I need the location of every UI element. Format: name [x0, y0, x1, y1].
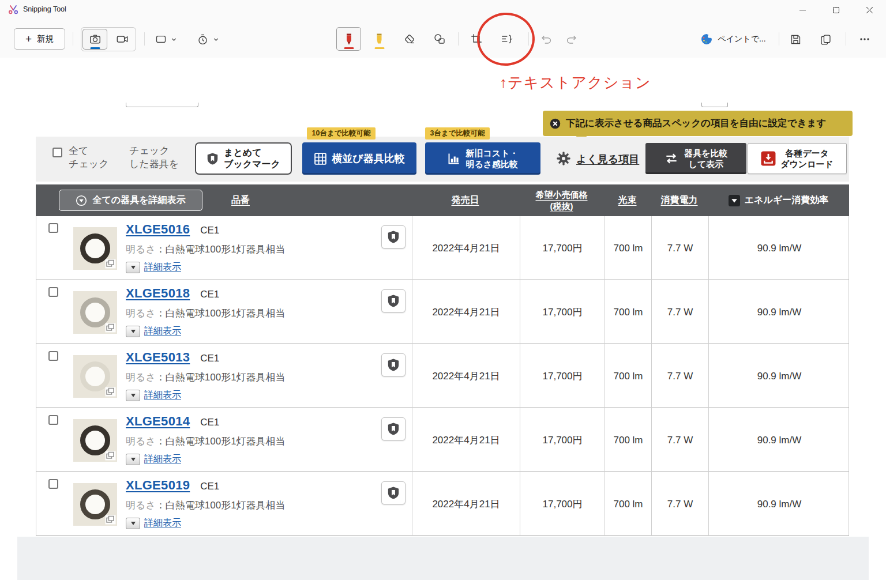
edit-in-paint-button[interactable]: ペイントで... — [696, 28, 771, 50]
brightness-text: 明るさ：白熱電球100形1灯器具相当 — [126, 371, 286, 384]
toolbar-divider — [846, 32, 846, 46]
capture-shape-select[interactable] — [151, 31, 181, 48]
timer-icon — [197, 33, 209, 46]
down-triangle-icon — [131, 394, 136, 397]
power-cell: 7.7 W — [651, 344, 708, 408]
product-image[interactable] — [73, 419, 117, 462]
detail-dropdown-button[interactable] — [126, 518, 140, 529]
multi-image-icon — [105, 323, 116, 333]
selected-mode-indicator — [90, 47, 100, 49]
undo-button[interactable] — [535, 29, 557, 50]
bulk-bookmark-button[interactable]: まとめて ブックマーク — [195, 142, 292, 175]
shapes-tool-button[interactable] — [427, 27, 452, 51]
row-checkbox[interactable] — [48, 479, 58, 489]
maximize-button[interactable] — [819, 0, 853, 20]
price-cell: 17,700円 — [520, 216, 605, 280]
header-release-date[interactable]: 発売日 — [411, 184, 519, 216]
detail-line: 詳細表示 — [126, 389, 181, 401]
header-power[interactable]: 消費電力 — [651, 184, 708, 216]
window-controls — [786, 0, 886, 20]
detail-link[interactable]: 詳細表示 — [144, 261, 181, 273]
bookmark-button[interactable] — [381, 417, 406, 440]
down-triangle-icon — [131, 266, 136, 269]
power-cell: 7.7 W — [651, 408, 708, 472]
save-button[interactable] — [784, 29, 806, 50]
product-row: XLGE5014 CE1 明るさ：白熱電球100形1灯器具相当 詳細表示 — [36, 408, 849, 472]
model-number-link[interactable]: XLGE5016 — [126, 222, 190, 237]
redo-button[interactable] — [561, 29, 583, 50]
close-notice-icon[interactable] — [550, 118, 561, 129]
detail-link[interactable]: 詳細表示 — [144, 389, 181, 401]
header-model[interactable]: 品番 — [209, 184, 272, 216]
header-flux[interactable]: 光束 — [604, 184, 651, 216]
release-date-cell: 2022年4月21日 — [412, 344, 520, 408]
rectangle-capture-icon — [155, 33, 167, 45]
model-line: XLGE5018 CE1 — [126, 286, 219, 301]
model-number-link[interactable]: XLGE5019 — [126, 478, 190, 493]
download-icon — [761, 151, 776, 166]
model-number-link[interactable]: XLGE5018 — [126, 286, 190, 301]
pen-tool-button[interactable] — [336, 27, 361, 51]
photo-mode-button[interactable] — [82, 29, 107, 50]
flux-cell: 700 lm — [605, 408, 651, 472]
checked-fixtures-label: チェック した器具を — [129, 144, 179, 171]
minimize-button[interactable] — [786, 0, 819, 20]
model-number-link[interactable]: XLGE5013 — [126, 350, 190, 365]
brightness-text: 明るさ：白熱電球100形1灯器具相当 — [126, 435, 286, 448]
row-checkbox[interactable] — [48, 223, 58, 233]
power-cell: 7.7 W — [651, 472, 708, 536]
detail-dropdown-button[interactable] — [126, 326, 140, 337]
new-snip-label: 新規 — [37, 33, 54, 44]
product-image[interactable] — [73, 291, 117, 334]
video-mode-button[interactable] — [110, 29, 134, 50]
product-image[interactable] — [73, 355, 117, 398]
table-header: 全ての器具を詳細表示 品番 発売日 希望小売価格 (税抜) 光束 消費電力 エネ… — [36, 184, 849, 216]
detail-link[interactable]: 詳細表示 — [144, 453, 181, 465]
delay-select[interactable] — [192, 31, 224, 48]
header-price[interactable]: 希望小売価格 (税抜) — [519, 184, 604, 216]
redo-icon — [565, 33, 578, 46]
detail-dropdown-button[interactable] — [126, 390, 140, 401]
bookmark-button[interactable] — [381, 353, 406, 376]
shield-bookmark-icon — [387, 230, 400, 244]
data-download-button[interactable]: 各種データ ダウンロード — [748, 143, 847, 174]
circle-down-icon — [76, 195, 87, 206]
detail-dropdown-button[interactable] — [126, 454, 140, 465]
copy-button[interactable] — [814, 29, 836, 50]
frequent-items-link[interactable]: よく見る項目 — [576, 152, 639, 166]
compare-display-button[interactable]: 器具を比較 して表示 — [645, 143, 746, 174]
row-checkbox[interactable] — [48, 415, 58, 425]
product-row: XLGE5019 CE1 明るさ：白熱電球100形1灯器具相当 詳細表示 — [36, 472, 849, 536]
cost-brightness-compare-button[interactable]: 新旧コスト・ 明るさ感比較 — [425, 142, 540, 175]
product-image[interactable] — [73, 483, 117, 526]
bookmark-button[interactable] — [381, 289, 406, 312]
release-date-cell: 2022年4月21日 — [412, 216, 520, 280]
detail-link[interactable]: 詳細表示 — [144, 325, 181, 337]
chevron-down-icon — [213, 36, 219, 43]
check-all-checkbox[interactable] — [52, 148, 62, 157]
header-efficiency[interactable]: エネルギー消費効率 — [708, 184, 849, 216]
highlighter-tool-button[interactable] — [367, 27, 392, 51]
row-checkbox[interactable] — [48, 351, 58, 361]
more-options-button[interactable] — [854, 29, 876, 50]
new-snip-button[interactable]: + 新規 — [14, 28, 65, 50]
bookmark-button[interactable] — [381, 225, 406, 248]
product-image[interactable] — [73, 227, 117, 270]
detail-link[interactable]: 詳細表示 — [144, 517, 181, 529]
eraser-icon — [403, 33, 416, 46]
cropped-element — [126, 103, 198, 107]
shapes-icon — [433, 33, 446, 46]
detail-dropdown-button[interactable] — [126, 262, 140, 273]
side-by-side-compare-button[interactable]: 横並び器具比較 — [302, 142, 416, 175]
snipping-tool-icon — [8, 5, 18, 15]
model-variant: CE1 — [200, 225, 219, 236]
shield-bookmark-icon — [207, 152, 219, 165]
row-checkbox[interactable] — [48, 287, 58, 297]
swap-arrows-icon — [664, 151, 679, 166]
show-all-details-button[interactable]: 全ての器具を詳細表示 — [59, 190, 202, 211]
close-button[interactable] — [853, 0, 886, 20]
model-number-link[interactable]: XLGE5014 — [126, 414, 190, 429]
eraser-tool-button[interactable] — [397, 27, 422, 51]
release-date-cell: 2022年4月21日 — [412, 408, 520, 472]
bookmark-button[interactable] — [381, 481, 406, 504]
